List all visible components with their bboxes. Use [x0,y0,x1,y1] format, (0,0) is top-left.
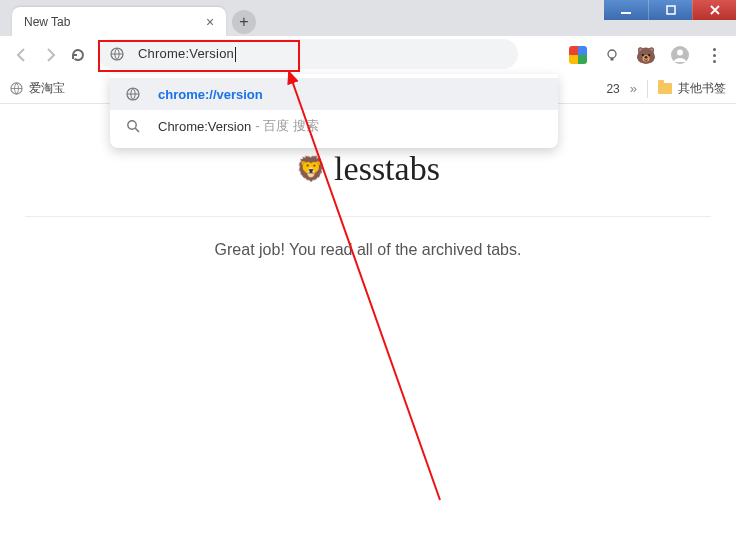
folder-icon [658,83,672,94]
reload-button[interactable] [64,41,92,69]
new-tab-button[interactable]: + [232,10,256,34]
bear-extension-icon[interactable]: 🐻 [632,41,660,69]
svg-point-6 [677,50,683,56]
suggestion-item[interactable]: chrome://version [110,78,558,110]
svg-rect-4 [611,58,614,61]
toolbar: Chrome:Version 🐻 [0,36,736,74]
divider [647,80,648,98]
window-maximize-button[interactable] [648,0,692,20]
window-close-button[interactable] [692,0,736,20]
tab-title: New Tab [24,15,70,29]
suggestion-text: chrome://version [158,87,263,102]
globe-icon [126,87,144,101]
bookmark-label: 爱淘宝 [29,80,65,97]
text-caret [235,47,236,62]
other-bookmarks-button[interactable]: 其他书签 [658,80,726,97]
bookmarks-overflow-button[interactable]: » [630,81,637,96]
menu-button[interactable] [700,41,728,69]
svg-point-3 [608,50,616,58]
search-icon [126,119,144,133]
address-text: Chrome:Version [138,46,236,62]
svg-rect-1 [667,6,675,14]
window-controls [604,0,736,20]
forward-button[interactable] [36,41,64,69]
bulb-extension-icon[interactable] [598,41,626,69]
globe-icon [110,47,128,61]
bookmark-item[interactable]: 爱淘宝 [10,80,65,97]
back-button[interactable] [8,41,36,69]
page-message: Great job! You read all of the archived … [0,241,736,259]
brand-icon: 🦁 [296,155,326,183]
toolbar-actions: 🐻 [564,41,728,69]
suggestion-suffix: - 百度 搜索 [255,117,319,135]
suggestion-text: Chrome:Version [158,119,251,134]
globe-icon [10,82,23,95]
google-services-icon[interactable] [564,41,592,69]
tab-close-button[interactable]: × [202,14,218,30]
bookmark-truncated-label[interactable]: 23 [606,82,619,96]
page-brand: 🦁 lesstabs [296,150,440,188]
omnibox-suggestions: chrome://version Chrome:Version - 百度 搜索 [110,74,558,148]
svg-rect-0 [621,12,631,14]
address-bar[interactable]: Chrome:Version [98,39,518,71]
other-bookmarks-label: 其他书签 [678,80,726,97]
browser-tab[interactable]: New Tab × [12,7,226,36]
svg-point-9 [128,121,136,129]
profile-button[interactable] [666,41,694,69]
brand-name: lesstabs [334,150,440,188]
page-content: 🦁 lesstabs Great job! You read all of th… [0,104,736,543]
window-minimize-button[interactable] [604,0,648,20]
divider [25,216,711,217]
suggestion-item[interactable]: Chrome:Version - 百度 搜索 [110,110,558,142]
